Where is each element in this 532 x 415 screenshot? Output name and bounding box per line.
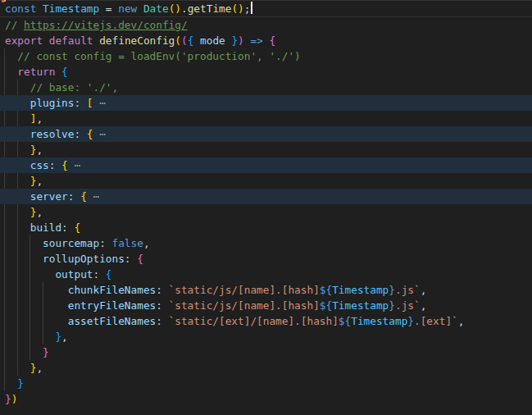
docs-url-link[interactable]: https://vitejs.dev/config/: [24, 19, 188, 31]
code-line[interactable]: },: [0, 360, 532, 376]
code-token: resolve: [30, 128, 75, 140]
fold-ellipsis[interactable]: ⋯: [74, 159, 80, 171]
code-line[interactable]: ],: [0, 111, 532, 126]
code-token: :: [74, 128, 86, 140]
code-token: ,: [36, 175, 43, 187]
code-token: [5, 237, 43, 249]
code-line[interactable]: build: {: [0, 220, 532, 235]
code-line[interactable]: css: { ⋯: [0, 157, 532, 173]
code-token: (): [231, 2, 243, 15]
code-token: ${: [320, 299, 332, 312]
code-editor[interactable]: const Timestamp = new Date().getTime();/…: [0, 0, 532, 415]
code-token: =>: [250, 34, 262, 47]
code-line[interactable]: resolve: { ⋯: [0, 126, 532, 142]
code-token: :: [93, 268, 105, 280]
code-token: (): [169, 2, 181, 15]
code-token: [5, 128, 30, 140]
code-token: [5, 50, 17, 62]
code-token: }: [389, 299, 395, 312]
code-token: (: [181, 34, 188, 47]
fold-ellipsis[interactable]: ⋯: [93, 190, 100, 203]
code-token: {: [270, 34, 276, 47]
code-token: :: [74, 97, 86, 109]
code-token: }: [43, 346, 49, 358]
code-token: .js`: [395, 284, 421, 296]
code-token: (: [175, 34, 181, 47]
code-line[interactable]: // base: './',: [0, 80, 532, 95]
code-token: [5, 97, 30, 109]
code-token: }: [17, 377, 24, 390]
code-token: :: [125, 253, 137, 265]
code-token: new: [118, 2, 137, 15]
code-token: :: [68, 190, 80, 203]
code-token: ,: [36, 112, 43, 125]
code-token: :: [156, 315, 168, 327]
code-line[interactable]: entryFileNames: `static/js/[name].[hash]…: [0, 298, 532, 313]
code-token: [5, 206, 30, 218]
code-token: ,: [61, 331, 68, 343]
code-line[interactable]: const Timestamp = new Date().getTime();: [0, 0, 532, 17]
code-line[interactable]: },: [0, 142, 532, 157]
code-line[interactable]: chunkFileNames: `static/js/[name].[hash]…: [0, 282, 532, 298]
code-line[interactable]: // const config = loadEnv('production', …: [0, 48, 532, 64]
code-token: output: [55, 268, 93, 280]
code-line[interactable]: },: [0, 173, 532, 189]
code-line[interactable]: rollupOptions: {: [0, 251, 532, 267]
code-token: [5, 284, 68, 296]
code-token: ,: [143, 237, 150, 249]
code-token: .: [181, 2, 188, 15]
code-token: }: [55, 331, 61, 343]
code-token: {: [106, 268, 112, 280]
code-token: assetFileNames: [68, 315, 156, 327]
fold-ellipsis[interactable]: ⋯: [99, 97, 106, 109]
code-token: [137, 2, 143, 15]
code-token: ,: [36, 206, 43, 218]
code-token: [5, 362, 30, 374]
code-token: ${: [339, 315, 351, 327]
code-token: [5, 81, 30, 93]
code-line[interactable]: },: [0, 204, 532, 220]
code-token: // base: './',: [30, 81, 118, 93]
code-token: [5, 346, 43, 358]
code-token: build: [30, 221, 61, 234]
code-token: `static/[ext]/[name].[hash]: [169, 315, 339, 327]
code-line[interactable]: export default defineConfig(({ mode }) =…: [0, 33, 532, 48]
code-line[interactable]: server: { ⋯: [0, 189, 532, 204]
code-token: [5, 144, 30, 156]
code-token: Timestamp: [43, 2, 99, 15]
code-token: [5, 315, 68, 327]
code-line[interactable]: }: [0, 376, 532, 391]
code-token: .[ext]`: [414, 315, 458, 327]
code-token: ,: [458, 315, 465, 327]
code-line[interactable]: assetFileNames: `static/[ext]/[name].[ha…: [0, 313, 532, 329]
code-token: [87, 190, 93, 203]
code-token: const: [5, 2, 36, 15]
fold-ellipsis[interactable]: ⋯: [99, 128, 106, 140]
code-line[interactable]: // https://vitejs.dev/config/: [0, 17, 532, 33]
code-token: [5, 112, 30, 125]
code-token: ,: [36, 144, 43, 156]
code-line[interactable]: }): [0, 391, 532, 407]
code-line[interactable]: },: [0, 329, 532, 344]
code-token: ;: [244, 2, 251, 15]
code-line[interactable]: plugins: [ ⋯: [0, 95, 532, 111]
code-token: sourcemap: [43, 237, 99, 249]
code-line[interactable]: output: {: [0, 267, 532, 282]
code-token: getTime: [188, 2, 232, 15]
code-token: // const config = loadEnv('production', …: [17, 50, 300, 62]
code-token: {: [74, 221, 80, 234]
code-token: [5, 221, 30, 234]
code-token: plugins: [30, 97, 75, 109]
code-token: [: [87, 97, 93, 109]
code-token: [5, 253, 43, 265]
code-token: Timestamp: [332, 299, 389, 312]
code-token: ${: [320, 284, 332, 296]
code-token: :: [49, 159, 61, 171]
code-token: [5, 299, 68, 312]
code-line[interactable]: }: [0, 344, 532, 360]
code-token: false: [112, 237, 143, 249]
code-line[interactable]: return {: [0, 64, 532, 80]
code-token: =: [99, 2, 118, 15]
code-line[interactable]: sourcemap: false,: [0, 235, 532, 251]
code-token: `static/js/[name].[hash]: [169, 299, 320, 312]
